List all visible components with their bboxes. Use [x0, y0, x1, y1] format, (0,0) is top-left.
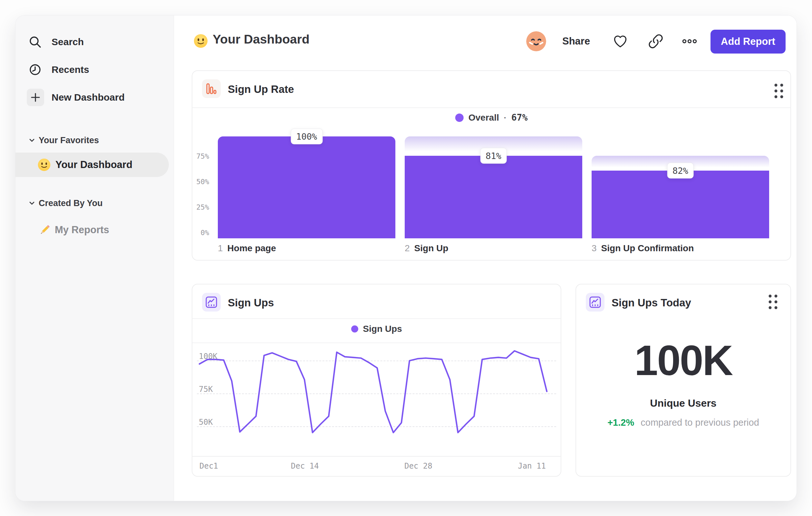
card-sign-ups: Sign Ups Sign Ups 100K75K50KDec1Dec 14De…	[192, 284, 561, 477]
line-y-tick: 50K	[199, 417, 213, 427]
funnel-step-name: Home page	[228, 243, 276, 253]
section-created-by-you[interactable]: Created By You	[16, 195, 174, 211]
funnel-step-index: 1	[218, 243, 223, 253]
funnel-step-name: Sign Up Confirmation	[601, 243, 694, 253]
metric-value: 100K	[576, 336, 790, 385]
funnel-step-name: Sign Up	[414, 243, 448, 253]
funnel-y-tick: 0%	[192, 228, 209, 238]
funnel-y-tick: 50%	[192, 177, 209, 187]
sign-ups-line-series	[192, 284, 561, 476]
funnel-value-chip: 81%	[480, 148, 507, 164]
heart-icon	[613, 33, 628, 49]
app-window: Search Recents New Dashboard Your Favori	[16, 16, 796, 501]
sidebar: Search Recents New Dashboard Your Favori	[16, 16, 174, 501]
chevron-down-icon	[28, 199, 36, 207]
page-title: Your Dashboard	[213, 32, 309, 47]
delta-badge: +1.2%	[607, 417, 634, 428]
section-your-favorites[interactable]: Your Favorites	[16, 132, 174, 148]
funnel-step-index: 2	[405, 243, 410, 253]
line-y-tick: 75K	[199, 384, 213, 394]
chevron-down-icon	[28, 136, 36, 144]
search-icon	[28, 35, 42, 49]
more-options-button[interactable]	[682, 33, 697, 49]
copy-link-button[interactable]	[648, 33, 663, 49]
card-sign-up-rate: Sign Up Rate Overall · 67% 75%50%25%0%10…	[192, 70, 791, 261]
line-plot: 100K75K50KDec1Dec 14Dec 28Jan 11	[192, 284, 561, 476]
funnel-bar-converted	[405, 156, 582, 238]
drag-handle-icon[interactable]	[768, 294, 778, 308]
avatar[interactable]	[526, 31, 546, 51]
funnel-step-index: 3	[591, 243, 597, 253]
sidebar-item-label: New Dashboard	[52, 92, 125, 103]
recents-clock-icon	[28, 62, 42, 77]
sidebar-item-your-dashboard[interactable]: Your Dashboard	[16, 153, 169, 177]
sidebar-item-search[interactable]: Search	[16, 32, 174, 52]
main-content: Your Dashboard Share	[174, 16, 796, 501]
smiley-emoji-icon	[37, 158, 51, 171]
funnel-step-label: 2Sign Up	[405, 243, 448, 253]
funnel-value-chip: 82%	[667, 163, 694, 179]
favorite-heart-button[interactable]	[613, 33, 628, 49]
share-button[interactable]: Share	[562, 35, 590, 47]
pencil-emoji-icon	[38, 223, 52, 237]
section-title: Created By You	[39, 198, 103, 208]
sidebar-item-label: Search	[52, 36, 84, 47]
funnel-y-tick: 75%	[192, 151, 209, 162]
delta-note: compared to previous period	[641, 417, 759, 428]
link-icon	[648, 33, 663, 49]
dashboard-title-emoji-icon	[193, 33, 208, 48]
funnel-bar	[218, 136, 395, 238]
funnel-y-tick: 25%	[192, 202, 209, 213]
sidebar-item-label: Your Dashboard	[55, 159, 133, 171]
sidebar-item-recents[interactable]: Recents	[16, 60, 174, 79]
funnel-step-label: 3Sign Up Confirmation	[591, 243, 694, 253]
section-title: Your Favorites	[39, 135, 99, 145]
add-report-button[interactable]: Add Report	[710, 30, 786, 54]
funnel-step-label: 1Home page	[218, 243, 276, 253]
sidebar-item-new-dashboard[interactable]: New Dashboard	[16, 88, 174, 107]
funnel-plot: 75%50%25%0%100%1Home page81%2Sign Up82%3…	[192, 71, 790, 260]
card-title: Sign Ups Today	[612, 297, 691, 309]
card-sign-ups-today: Sign Ups Today 100K Unique Users +1.2% c…	[576, 284, 791, 477]
ellipsis-icon	[682, 33, 697, 49]
sidebar-item-my-reports[interactable]: My Reports	[16, 220, 174, 240]
line-y-tick: 100K	[199, 352, 218, 361]
line-chart-icon	[586, 293, 605, 311]
funnel-bar-converted	[591, 171, 769, 238]
sidebar-item-label: My Reports	[55, 224, 109, 236]
sidebar-item-label: Recents	[52, 64, 89, 75]
funnel-bar-converted	[218, 136, 395, 238]
metric-delta-row: +1.2% compared to previous period	[576, 417, 790, 428]
metric-label: Unique Users	[576, 397, 790, 409]
funnel-value-chip: 100%	[291, 129, 323, 144]
plus-icon	[27, 89, 44, 106]
